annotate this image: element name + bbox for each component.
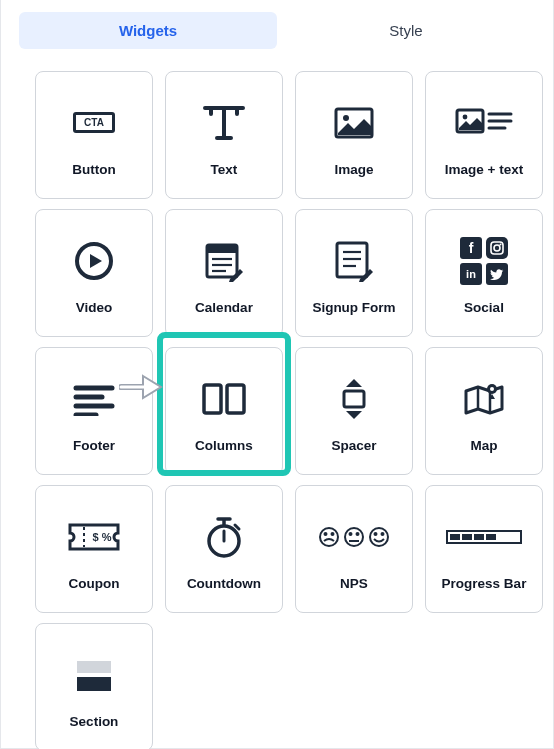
svg-point-42: [357, 533, 359, 535]
widget-label: Image + text: [445, 162, 523, 177]
tab-style[interactable]: Style: [277, 12, 535, 49]
instagram-icon: [486, 237, 508, 259]
svg-point-19: [500, 243, 502, 245]
widget-label: Text: [211, 162, 238, 177]
widget-progress-bar[interactable]: Progress Bar: [425, 485, 543, 613]
svg-rect-26: [344, 391, 364, 407]
widget-label: Calendar: [195, 300, 253, 315]
widget-coupon[interactable]: $ % Coupon: [35, 485, 153, 613]
svg-rect-51: [486, 534, 496, 540]
spacer-icon: [336, 370, 372, 428]
widget-signup-form[interactable]: Signup Form: [295, 209, 413, 337]
video-icon: [73, 232, 115, 290]
svg-line-36: [235, 525, 239, 529]
image-icon: [334, 94, 374, 152]
signup-form-icon: [334, 232, 374, 290]
map-icon: [462, 370, 506, 428]
widget-calendar[interactable]: Calendar: [165, 209, 283, 337]
widget-label: NPS: [340, 576, 368, 591]
twitter-icon: [486, 263, 508, 285]
widget-footer[interactable]: Footer: [35, 347, 153, 475]
svg-rect-48: [450, 534, 460, 540]
svg-point-18: [494, 245, 500, 251]
widget-label: Progress Bar: [442, 576, 527, 591]
widget-label: Video: [76, 300, 113, 315]
widget-label: Image: [334, 162, 373, 177]
section-icon: [73, 646, 115, 704]
widget-label: Signup Form: [312, 300, 395, 315]
widget-label: Coupon: [69, 576, 120, 591]
widget-label: Spacer: [331, 438, 376, 453]
svg-rect-49: [462, 534, 472, 540]
widget-label: Button: [72, 162, 115, 177]
widgets-panel: Widgets Style CTA Button Text Image: [0, 0, 554, 749]
widget-spacer[interactable]: Spacer: [295, 347, 413, 475]
svg-point-44: [370, 528, 388, 546]
widget-label: Map: [471, 438, 498, 453]
svg-rect-24: [204, 385, 221, 413]
svg-point-37: [320, 528, 338, 546]
svg-rect-52: [77, 661, 111, 673]
svg-point-3: [463, 114, 468, 119]
widget-nps[interactable]: NPS: [295, 485, 413, 613]
widget-social[interactable]: f in Social: [425, 209, 543, 337]
svg-point-40: [345, 528, 363, 546]
svg-rect-25: [227, 385, 244, 413]
svg-point-45: [375, 533, 377, 535]
svg-point-38: [325, 533, 327, 535]
countdown-icon: [205, 508, 243, 566]
tab-bar: Widgets Style: [1, 0, 553, 53]
social-icon: f in: [460, 232, 508, 290]
widgets-grid: CTA Button Text Image Image + text: [1, 53, 553, 749]
widget-text[interactable]: Text: [165, 71, 283, 199]
widget-map[interactable]: Map: [425, 347, 543, 475]
widget-image-text[interactable]: Image + text: [425, 71, 543, 199]
widget-section[interactable]: Section: [35, 623, 153, 749]
widget-label: Countdown: [187, 576, 261, 591]
image-text-icon: [455, 94, 513, 152]
svg-point-46: [382, 533, 384, 535]
progress-bar-icon: [445, 508, 523, 566]
widget-label: Footer: [73, 438, 115, 453]
widget-button[interactable]: CTA Button: [35, 71, 153, 199]
svg-rect-9: [207, 245, 237, 253]
widget-columns[interactable]: Columns: [165, 347, 283, 475]
facebook-icon: f: [460, 237, 482, 259]
svg-rect-53: [77, 677, 111, 691]
button-icon: CTA: [73, 94, 115, 152]
linkedin-icon: in: [460, 263, 482, 285]
widget-video[interactable]: Video: [35, 209, 153, 337]
widget-countdown[interactable]: Countdown: [165, 485, 283, 613]
svg-point-1: [343, 115, 349, 121]
text-icon: [201, 94, 247, 152]
widget-label: Social: [464, 300, 504, 315]
columns-icon: [201, 370, 247, 428]
widget-image[interactable]: Image: [295, 71, 413, 199]
svg-point-39: [332, 533, 334, 535]
calendar-icon: [204, 232, 244, 290]
tab-widgets[interactable]: Widgets: [19, 12, 277, 49]
svg-point-30: [490, 387, 494, 391]
svg-point-41: [350, 533, 352, 535]
widget-label: Columns: [195, 438, 253, 453]
coupon-icon: $ %: [67, 508, 121, 566]
widget-label: Section: [70, 714, 119, 729]
nps-icon: [318, 508, 390, 566]
svg-rect-50: [474, 534, 484, 540]
footer-icon: [73, 370, 115, 428]
